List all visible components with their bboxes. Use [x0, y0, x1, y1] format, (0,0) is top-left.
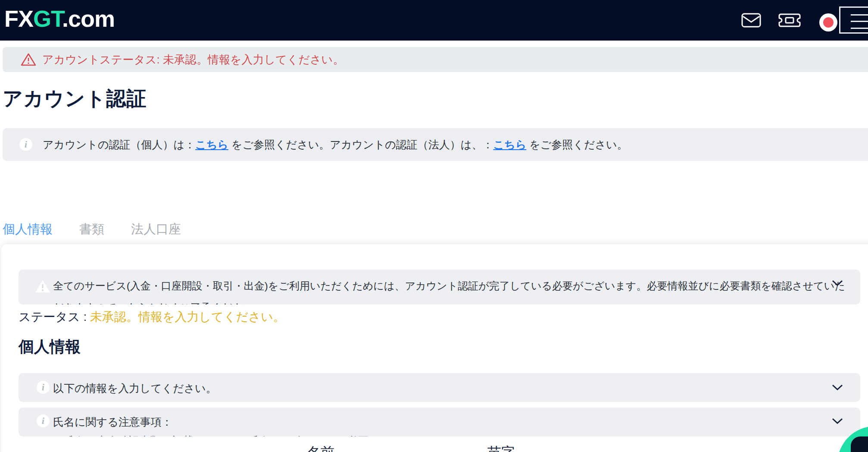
- info-text-part2: をご参照ください。アカウントの認証（法人）は、：: [228, 138, 493, 151]
- tab-personal-info[interactable]: 個人情報: [3, 221, 53, 238]
- info-text-part3: をご参照ください。: [526, 138, 628, 151]
- name-notes-line2: ・氏名は本人確認書類に記載されている氏名と一致している必要があります。: [53, 434, 434, 436]
- menu-bar: [851, 21, 868, 22]
- alert-text: アカウントステータス: 未承認。情報を入力してください。: [42, 52, 344, 67]
- mail-icon[interactable]: [741, 13, 761, 29]
- tab-documents[interactable]: 書類: [79, 221, 104, 238]
- ticket-icon[interactable]: [778, 13, 801, 29]
- logo-com: .com: [62, 6, 115, 31]
- info-icon: i: [37, 381, 50, 394]
- chevron-down-icon: [832, 384, 843, 390]
- logo-gt: GT: [33, 6, 62, 31]
- warning-text-line1: 全てのサービス(入金・口座開設・取引・出金)をご利用いただくためには、アカウント…: [53, 279, 845, 293]
- verification-info-banner: i アカウントの認証（個人）は：こちら をご参照ください。アカウントの認証（法人…: [3, 128, 868, 161]
- hamburger-menu-icon[interactable]: [839, 6, 868, 34]
- kochira-link-personal[interactable]: こちら: [195, 138, 228, 151]
- chevron-down-icon: [832, 280, 843, 286]
- status-value: 未承認。情報を入力してください。: [87, 310, 285, 323]
- tab-corporate-account[interactable]: 法人口座: [131, 221, 181, 238]
- enter-info-accordion[interactable]: i 以下の情報を入力してください。: [19, 373, 860, 402]
- info-icon: i: [19, 138, 32, 151]
- chevron-down-icon: [832, 418, 843, 424]
- verification-tabs: 個人情報 書類 法人口座: [3, 221, 181, 238]
- kochira-link-corporate[interactable]: こちら: [493, 138, 526, 151]
- warning-text-line2: だきますので、あらかじめご了承ください。: [53, 301, 264, 304]
- fxgt-logo[interactable]: FXGT.com: [4, 5, 115, 32]
- account-verification-page: FXGT.com アカウントステータス: [0, 0, 868, 452]
- app-header: FXGT.com: [0, 0, 868, 41]
- language-japan-flag-icon[interactable]: [819, 13, 837, 31]
- menu-bar: [851, 28, 868, 29]
- first-name-field-label: 名前: [307, 443, 334, 452]
- enter-info-text: 以下の情報を入力してください。: [53, 381, 217, 396]
- name-notes-line1: 氏名に関する注意事項：: [53, 415, 172, 429]
- personal-info-card: 全てのサービス(入金・口座開設・取引・出金)をご利用いただくためには、アカウント…: [1, 244, 868, 452]
- service-warning-accordion[interactable]: 全てのサービス(入金・口座開設・取引・出金)をご利用いただくためには、アカウント…: [19, 270, 860, 304]
- status-line: ステータス : 未承認。情報を入力してください。: [19, 309, 285, 325]
- page-title: アカウント認証: [3, 85, 147, 112]
- menu-bar: [851, 14, 868, 16]
- logo-fx: FX: [4, 6, 33, 31]
- chat-bubble-icon: [851, 436, 868, 452]
- warning-triangle-icon: [35, 279, 50, 293]
- info-icon: i: [37, 414, 50, 427]
- flag-red-dot: [823, 17, 834, 28]
- account-status-alert-banner: アカウントステータス: 未承認。情報を入力してください。: [3, 47, 868, 72]
- warning-triangle-icon: [21, 53, 36, 66]
- info-text-part1: アカウントの認証（個人）は：: [43, 138, 195, 151]
- name-notes-accordion[interactable]: i 氏名に関する注意事項： ・氏名は本人確認書類に記載されている氏名と一致してい…: [19, 408, 860, 436]
- info-banner-text: アカウントの認証（個人）は：こちら をご参照ください。アカウントの認証（法人）は…: [43, 138, 628, 152]
- last-name-field-label: 苗字: [487, 443, 515, 452]
- section-title-personal-info: 個人情報: [19, 336, 81, 358]
- status-label: ステータス :: [19, 310, 87, 323]
